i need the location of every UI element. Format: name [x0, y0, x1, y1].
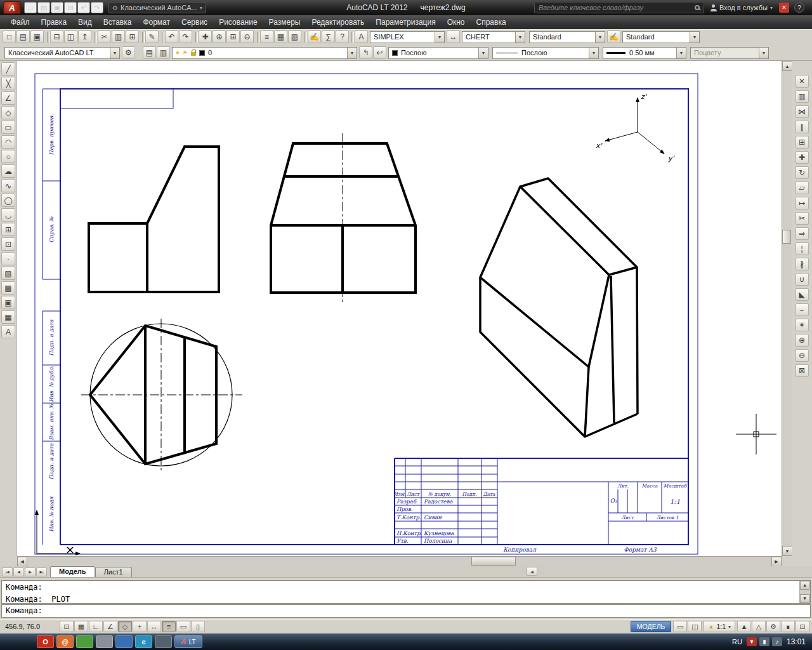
- zoom-in-button[interactable]: ⊕: [796, 334, 809, 347]
- osnap-toggle[interactable]: ◇: [118, 621, 132, 632]
- chevron-down-icon[interactable]: ▼: [595, 32, 605, 43]
- rectangle-button[interactable]: ▭: [1, 121, 15, 134]
- command-history[interactable]: Команда: Команда: _PLOT ▲ ▼: [1, 580, 811, 604]
- plot-preview-button[interactable]: ◫: [64, 30, 77, 43]
- chevron-down-icon[interactable]: ▼: [435, 32, 444, 43]
- help-toolbar-button[interactable]: ?: [336, 30, 349, 43]
- annotation-scale-button[interactable]: ▲ 1:1 ▾: [704, 621, 735, 632]
- menu-item[interactable]: Сервис: [176, 17, 213, 28]
- mail-taskbar-item[interactable]: @: [56, 635, 74, 648]
- quick-view-drawings-button[interactable]: ◫: [688, 621, 702, 632]
- clock[interactable]: 13:01: [787, 637, 806, 646]
- scroll-right-button[interactable]: ▶: [771, 557, 782, 567]
- table-style-combo[interactable]: Standard▼: [529, 31, 605, 43]
- match-properties-button[interactable]: ✎: [145, 30, 159, 43]
- qat-undo-icon[interactable]: ↶: [77, 2, 90, 13]
- network-tray-icon[interactable]: ▮: [759, 637, 769, 646]
- menu-item[interactable]: Вставка: [98, 17, 138, 28]
- menu-item[interactable]: Формат: [137, 17, 176, 28]
- point-button[interactable]: ∙: [1, 252, 15, 265]
- coordinates-readout[interactable]: 456.9, 76.0: [3, 621, 58, 632]
- menu-item[interactable]: Окно: [442, 17, 471, 28]
- array-button[interactable]: ⊞: [796, 136, 809, 149]
- help-button[interactable]: ?: [794, 3, 804, 13]
- tab-scroll-left-button[interactable]: ◀: [527, 567, 537, 576]
- extend-button[interactable]: ⇒: [796, 227, 809, 240]
- designcenter-button[interactable]: ▦: [274, 30, 287, 43]
- grid-toggle[interactable]: ▦: [74, 621, 88, 632]
- exchange-apps-icon[interactable]: ✕: [779, 3, 789, 13]
- break-button[interactable]: ∦: [796, 258, 809, 270]
- spline-button[interactable]: ∿: [1, 179, 15, 192]
- mirror-button[interactable]: ⋈: [796, 105, 809, 118]
- zoom-extents-button[interactable]: ⊠: [796, 364, 809, 377]
- properties-toggle[interactable]: ▯: [191, 621, 205, 632]
- ellipse-button[interactable]: ◯: [1, 194, 15, 207]
- search-box[interactable]: [534, 2, 704, 13]
- chevron-down-icon[interactable]: ▼: [515, 32, 525, 43]
- annotation-autoscale-button[interactable]: △: [752, 621, 766, 632]
- redo-button[interactable]: ↷: [179, 30, 192, 43]
- multiline-text-button[interactable]: A: [1, 325, 15, 338]
- chevron-down-icon[interactable]: ▼: [347, 48, 357, 58]
- line-button[interactable]: ╱: [1, 62, 15, 76]
- menu-item[interactable]: Вид: [72, 17, 98, 28]
- fillet-button[interactable]: ⌣: [796, 303, 809, 316]
- search-input[interactable]: [539, 4, 695, 11]
- text-style-icon[interactable]: A: [355, 30, 368, 43]
- arc-button[interactable]: ◠: [1, 135, 15, 149]
- erase-button[interactable]: ✕: [796, 75, 809, 88]
- chevron-down-icon[interactable]: ▼: [110, 48, 119, 58]
- volume-tray-icon[interactable]: ♪: [772, 637, 782, 646]
- qat-new-icon[interactable]: □: [24, 2, 37, 13]
- rotate-button[interactable]: ↻: [796, 166, 809, 179]
- scale-button[interactable]: ▱: [796, 182, 809, 194]
- revision-cloud-button[interactable]: ☁: [1, 164, 15, 178]
- browser-taskbar-item[interactable]: e: [135, 635, 152, 648]
- layer-lock-icon[interactable]: [191, 52, 196, 56]
- next-tab-button[interactable]: ▶: [25, 567, 36, 576]
- mleader-style-combo[interactable]: Standard▼: [622, 31, 700, 43]
- menu-item[interactable]: Правка: [36, 17, 73, 28]
- zoom-out-button[interactable]: ⊖: [796, 349, 809, 362]
- chevron-down-icon[interactable]: ▼: [690, 32, 699, 43]
- chevron-down-icon[interactable]: ▼: [478, 48, 488, 58]
- construction-line-button[interactable]: ╳: [1, 77, 15, 90]
- tab-layout1[interactable]: Лист1: [95, 567, 132, 577]
- insert-block-button[interactable]: ⊞: [1, 223, 15, 236]
- circle-button[interactable]: ○: [1, 150, 15, 163]
- save-taskbar-item[interactable]: [115, 635, 133, 648]
- vertical-scroll-thumb[interactable]: [782, 230, 791, 244]
- signin-button[interactable]: Вход в службы ▾: [710, 4, 773, 11]
- plot-button[interactable]: ⊟: [50, 30, 63, 43]
- trim-button[interactable]: ✂: [796, 212, 809, 225]
- qat-plot-icon[interactable]: ⊟: [64, 2, 77, 13]
- tab-model[interactable]: Модель: [50, 566, 95, 577]
- linetype-combo[interactable]: Послою ▼: [492, 47, 599, 59]
- make-object-layer-current-button[interactable]: ↰: [359, 46, 372, 59]
- dim-style-combo[interactable]: CHERT▼: [462, 31, 525, 43]
- drawing-canvas[interactable]: Перв. примен. Справ. № Подп. и дата Инв.…: [17, 61, 782, 556]
- model-space-button[interactable]: МОДЕЛЬ: [631, 621, 672, 632]
- suse-taskbar-item[interactable]: [76, 635, 93, 648]
- tool-palettes-button[interactable]: ▨: [288, 30, 301, 43]
- autocad-taskbar-button[interactable]: A LT: [174, 635, 202, 648]
- lwt-toggle[interactable]: ≡: [162, 621, 176, 632]
- table-button[interactable]: ▦: [1, 310, 15, 324]
- vertical-scrollbar[interactable]: ▲ ▼: [782, 61, 792, 556]
- qp-toggle[interactable]: ▭: [176, 621, 190, 632]
- offset-button[interactable]: ∥: [796, 121, 809, 133]
- text-style-combo[interactable]: SIMPLEX▼: [370, 31, 445, 43]
- menu-item[interactable]: Файл: [5, 17, 36, 28]
- stretch-button[interactable]: ↦: [796, 197, 809, 209]
- markup-button[interactable]: ✍: [308, 30, 321, 43]
- qat-redo-icon[interactable]: ↷: [91, 2, 103, 13]
- toolbar-lock-button[interactable]: ∎: [781, 621, 795, 632]
- calculator-button[interactable]: ∑: [322, 30, 335, 43]
- region-button[interactable]: ▣: [1, 296, 15, 309]
- properties-button[interactable]: ≡: [260, 30, 273, 43]
- search-icon[interactable]: [695, 5, 700, 10]
- files-taskbar-item[interactable]: [96, 635, 113, 648]
- hatch-button[interactable]: ▨: [1, 267, 15, 280]
- paste-button[interactable]: ⊞: [126, 30, 139, 43]
